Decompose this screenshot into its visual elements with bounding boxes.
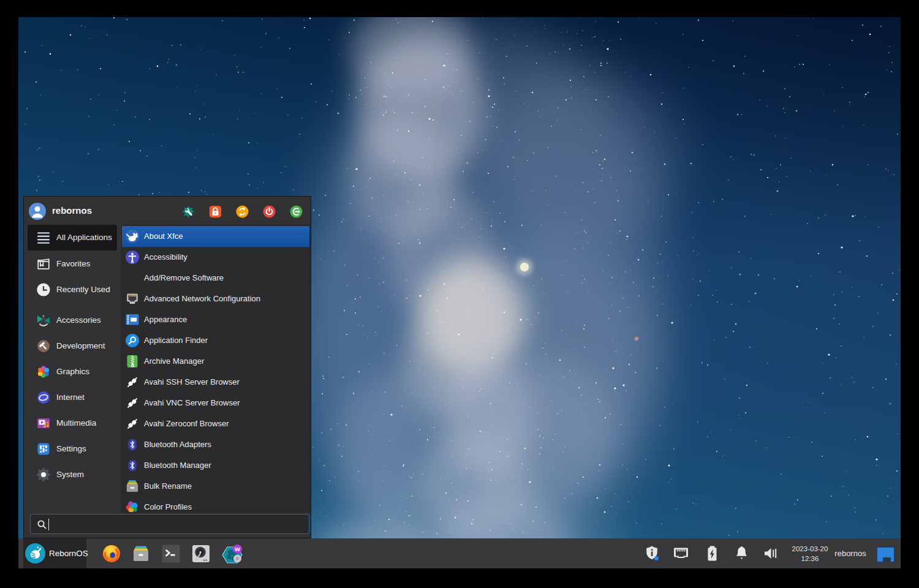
svg-text:W: W [235, 546, 240, 552]
